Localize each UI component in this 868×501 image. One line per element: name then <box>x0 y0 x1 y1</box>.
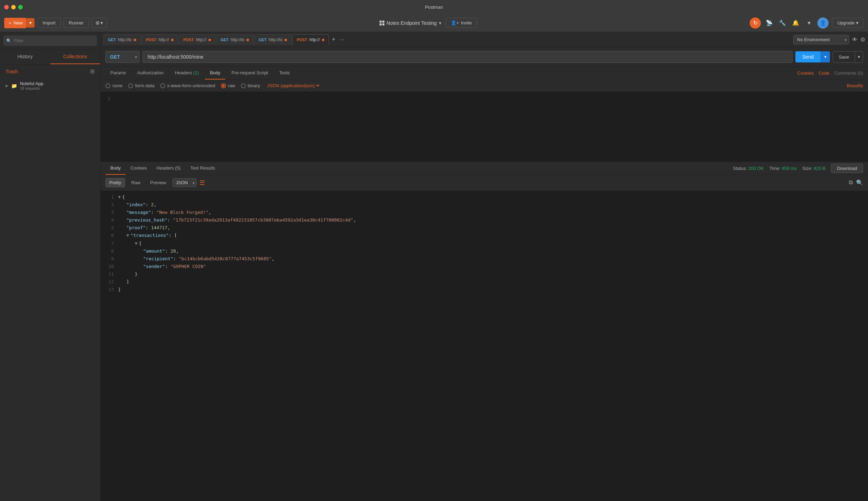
format-preview-button[interactable]: Preview <box>147 178 170 187</box>
user-avatar[interactable]: 👤 <box>817 17 829 29</box>
toolbar-right: ↻ 📡 🔧 🔔 ♥ 👤 Upgrade ▾ <box>750 17 864 29</box>
body-raw-option[interactable]: raw <box>221 83 235 88</box>
tab-url-2: http:// <box>196 37 206 42</box>
resp-tab-body[interactable]: Body <box>105 162 126 175</box>
code-link[interactable]: Code <box>819 70 830 76</box>
tab-4[interactable]: GET http://lo <box>254 34 292 45</box>
new-dropdown-button[interactable]: ▾ <box>26 18 35 28</box>
new-collection-button[interactable]: ⊞ <box>90 68 95 75</box>
sidebar-tabs: History Collections <box>0 50 100 65</box>
body-binary-option[interactable]: binary <box>241 83 260 88</box>
tab-dot-4 <box>285 39 287 41</box>
layout-button[interactable]: ⊞ ▾ <box>92 18 107 28</box>
url-input[interactable] <box>142 51 793 63</box>
resp-tab-test-results[interactable]: Test Results <box>185 162 220 175</box>
send-button[interactable]: Send <box>795 51 821 62</box>
tab-2[interactable]: POST http:// <box>179 34 215 45</box>
refresh-icon[interactable]: ↻ <box>750 17 761 29</box>
req-tab-tests[interactable]: Tests <box>274 67 295 80</box>
sidebar-collection-item[interactable]: ▶ 📁 Noteful App 18 requests <box>0 78 100 93</box>
bell-icon[interactable]: 🔔 <box>791 18 801 28</box>
req-tab-prerequest[interactable]: Pre-request Script <box>227 67 273 80</box>
format-raw-button[interactable]: Raw <box>128 178 144 187</box>
editor-content[interactable] <box>115 95 868 158</box>
beautify-button[interactable]: Beautify <box>847 83 863 88</box>
tab-0[interactable]: GET http://lo <box>103 34 141 45</box>
tab-dot-3 <box>247 39 249 41</box>
response-action-icons: ⧉ 🔍 <box>849 179 863 186</box>
method-select[interactable]: GET POST PUT DELETE <box>105 51 140 63</box>
req-tab-authorization[interactable]: Authorization <box>132 67 169 80</box>
req-tab-right: Cookies Code Comments (0) <box>797 70 863 76</box>
send-dropdown-button[interactable]: ▾ <box>821 51 830 62</box>
new-button[interactable]: ＋ New <box>4 18 26 28</box>
minimize-button[interactable] <box>11 5 16 9</box>
send-button-group: Send ▾ <box>795 51 830 62</box>
req-tab-headers[interactable]: Headers (1) <box>170 67 204 80</box>
response-format-select[interactable]: JSON <box>172 178 197 187</box>
format-pretty-button[interactable]: Pretty <box>105 178 125 187</box>
json-toggle-1[interactable]: ▼ <box>118 194 121 200</box>
body-form-data-option[interactable]: form-data <box>128 83 155 88</box>
request-body-editor[interactable]: 1 <box>101 92 868 162</box>
comments-link[interactable]: Comments (0) <box>834 70 863 76</box>
radio-urlencoded <box>160 83 165 88</box>
sort-icon[interactable]: ☰ <box>199 179 205 187</box>
search-input[interactable] <box>3 36 97 46</box>
download-button[interactable]: Download <box>831 164 863 173</box>
more-tabs-button[interactable]: ··· <box>338 37 345 43</box>
resp-tab-cookies[interactable]: Cookies <box>126 162 152 175</box>
save-button[interactable]: Save <box>833 51 855 63</box>
json-toggle-6[interactable]: ▼ <box>126 233 129 238</box>
size-label: Size: 420 B <box>802 166 826 171</box>
title-bar: Postman <box>0 0 868 14</box>
json-toggle-7[interactable]: ▼ <box>135 241 138 246</box>
req-tab-params[interactable]: Params <box>105 67 131 80</box>
toolbar-center: Notes Endpoint Testing ▾ 👤+ Invite <box>110 18 747 28</box>
main-layout: 🔍 History Collections Trash ⊞ ▶ 📁 Notefu… <box>0 32 868 501</box>
tab-1[interactable]: POST http:// <box>141 34 178 45</box>
cookies-link[interactable]: Cookies <box>797 70 814 76</box>
plus-icon: ＋ <box>8 20 12 26</box>
invite-button[interactable]: 👤+ Invite <box>446 18 477 28</box>
body-urlencoded-option[interactable]: x-www-form-urlencoded <box>160 83 215 88</box>
workspace-selector[interactable]: Notes Endpoint Testing ▾ <box>380 20 441 26</box>
response-section: Body Cookies Headers (5) Test Results St… <box>101 162 868 501</box>
tab-3[interactable]: GET http://lo <box>216 34 253 45</box>
runner-button[interactable]: Runner <box>64 18 89 28</box>
radio-raw <box>221 83 226 88</box>
method-select-wrap: GET POST PUT DELETE ▾ <box>105 51 140 63</box>
eye-icon[interactable]: 👁 <box>852 37 858 43</box>
tab-dot-5 <box>322 39 324 41</box>
satellite-icon[interactable]: 📡 <box>764 18 774 28</box>
body-none-option[interactable]: none <box>105 83 123 88</box>
resp-tab-headers[interactable]: Headers (5) <box>152 162 186 175</box>
body-format-select[interactable]: JSON (application/json) <box>266 83 321 89</box>
environment-select[interactable]: No Environment <box>793 35 849 44</box>
sidebar-search-area: 🔍 <box>0 32 100 50</box>
json-line-12: 12 ] <box>101 278 868 286</box>
tab-method-2: POST <box>183 38 194 42</box>
collection-expand-icon: ▶ <box>6 84 8 88</box>
new-tab-button[interactable]: + <box>330 36 338 43</box>
close-button[interactable] <box>4 5 9 9</box>
tab-method-5: POST <box>297 38 307 42</box>
tab-5[interactable]: POST http:// <box>292 34 329 45</box>
copy-icon[interactable]: ⧉ <box>849 179 853 186</box>
sidebar-trash-item[interactable]: Trash ⊞ <box>0 65 100 78</box>
wrench-icon[interactable]: 🔧 <box>778 18 787 28</box>
body-options: none form-data x-www-form-urlencoded raw… <box>101 80 868 92</box>
settings-icon[interactable]: ⚙ <box>860 36 865 43</box>
status-label: Status: 200 OK <box>733 166 764 171</box>
search-response-icon[interactable]: 🔍 <box>856 179 863 186</box>
import-button[interactable]: Import <box>37 18 61 28</box>
json-line-4: 4 "previous_hash": "17b723f21c39ada2913a… <box>101 216 868 224</box>
maximize-button[interactable] <box>18 5 23 9</box>
tab-collections[interactable]: Collections <box>50 50 101 64</box>
upgrade-button[interactable]: Upgrade ▾ <box>832 18 864 28</box>
heart-icon[interactable]: ♥ <box>804 18 814 28</box>
radio-form-data <box>128 83 133 88</box>
req-tab-body[interactable]: Body <box>205 67 225 80</box>
save-dropdown-button[interactable]: ▾ <box>855 51 863 63</box>
tab-history[interactable]: History <box>0 50 50 64</box>
